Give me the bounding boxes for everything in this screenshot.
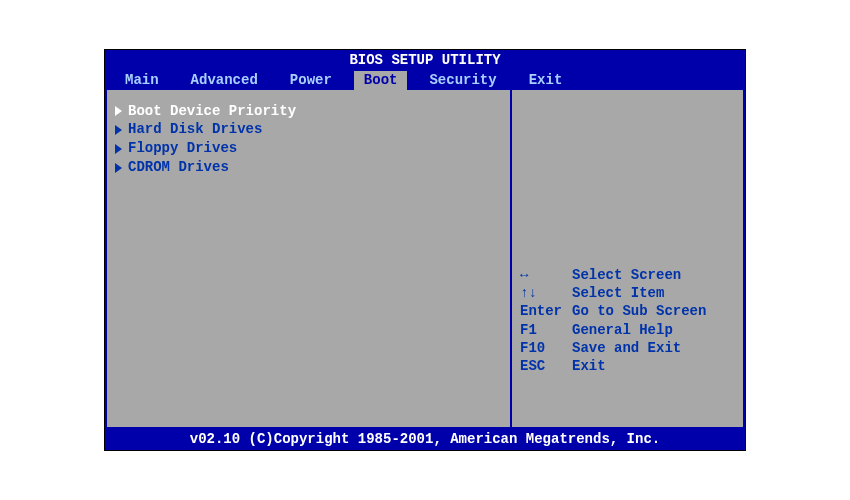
hint-key: ↔ — [520, 266, 572, 284]
tab-bar: Main Advanced Power Boot Security Exit — [105, 71, 745, 90]
help-panel: ↔ Select Screen ↑↓ Select Item Enter Go … — [512, 90, 743, 428]
hint-row: ↔ Select Screen — [520, 266, 735, 284]
tab-security[interactable]: Security — [419, 71, 506, 90]
hint-key: F1 — [520, 321, 572, 339]
menu-item-cdrom-drives[interactable]: CDROM Drives — [115, 158, 502, 177]
hint-action: Go to Sub Screen — [572, 302, 706, 320]
hint-row: F10 Save and Exit — [520, 339, 735, 357]
hint-row: Enter Go to Sub Screen — [520, 302, 735, 320]
hint-key: Enter — [520, 302, 572, 320]
hint-action: Select Screen — [572, 266, 681, 284]
hint-row: F1 General Help — [520, 321, 735, 339]
submenu-arrow-icon — [115, 144, 122, 154]
key-hints: ↔ Select Screen ↑↓ Select Item Enter Go … — [520, 266, 735, 375]
submenu-arrow-icon — [115, 106, 122, 116]
hint-row: ↑↓ Select Item — [520, 284, 735, 302]
tab-exit[interactable]: Exit — [519, 71, 573, 90]
tab-advanced[interactable]: Advanced — [181, 71, 268, 90]
menu-label: Floppy Drives — [128, 139, 237, 158]
hint-key: ESC — [520, 357, 572, 375]
menu-label: Boot Device Priority — [128, 102, 296, 121]
hint-action: General Help — [572, 321, 673, 339]
menu-label: CDROM Drives — [128, 158, 229, 177]
bios-window: BIOS SETUP UTILITY Main Advanced Power B… — [104, 49, 746, 451]
menu-label: Hard Disk Drives — [128, 120, 262, 139]
hint-action: Exit — [572, 357, 606, 375]
submenu-arrow-icon — [115, 125, 122, 135]
tab-power[interactable]: Power — [280, 71, 342, 90]
title-bar: BIOS SETUP UTILITY — [105, 50, 745, 71]
menu-item-floppy-drives[interactable]: Floppy Drives — [115, 139, 502, 158]
hint-action: Save and Exit — [572, 339, 681, 357]
hint-key: F10 — [520, 339, 572, 357]
submenu-arrow-icon — [115, 163, 122, 173]
hint-action: Select Item — [572, 284, 664, 302]
menu-panel: Boot Device Priority Hard Disk Drives Fl… — [107, 90, 512, 428]
tab-main[interactable]: Main — [115, 71, 169, 90]
footer-bar: v02.10 (C)Copyright 1985-2001, American … — [105, 429, 745, 450]
content-area: Boot Device Priority Hard Disk Drives Fl… — [105, 90, 745, 430]
menu-item-hard-disk-drives[interactable]: Hard Disk Drives — [115, 120, 502, 139]
hint-key: ↑↓ — [520, 284, 572, 302]
menu-item-boot-device-priority[interactable]: Boot Device Priority — [115, 102, 502, 121]
tab-boot[interactable]: Boot — [354, 71, 408, 90]
hint-row: ESC Exit — [520, 357, 735, 375]
